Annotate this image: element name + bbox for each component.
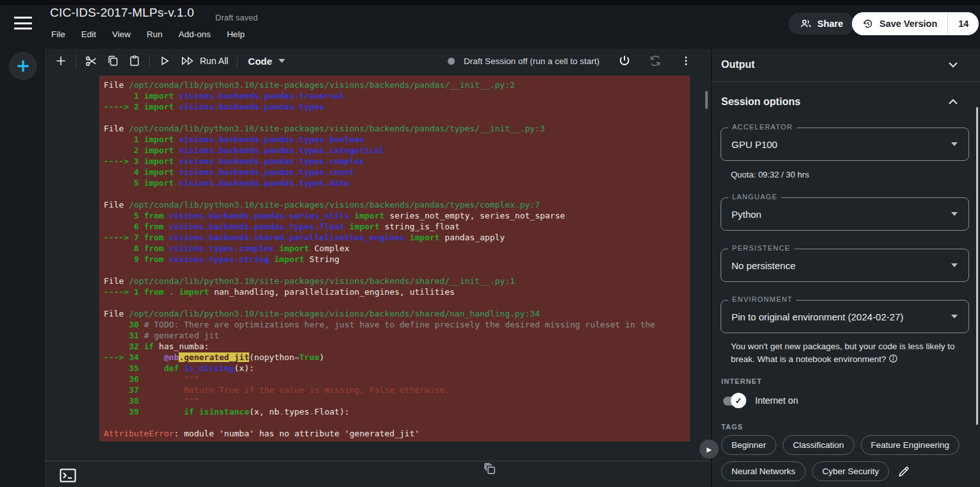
console-button[interactable] bbox=[60, 468, 76, 483]
tag-cyber-security[interactable]: Cyber Security bbox=[812, 461, 890, 481]
cell-type-dropdown[interactable]: Code bbox=[248, 56, 285, 67]
main-scrollbar-thumb[interactable] bbox=[705, 91, 708, 109]
share-label: Share bbox=[817, 19, 843, 29]
menu-item-help[interactable]: Help bbox=[227, 29, 245, 39]
traceback-segment: # generated jit bbox=[144, 331, 219, 340]
traceback-segment: (nopython bbox=[249, 352, 294, 362]
language-select[interactable]: LANGUAGE Python bbox=[721, 197, 969, 231]
traceback-line: 35 def is_missing(x): bbox=[104, 363, 690, 374]
traceback-segment: visions.backends.pandas.series_utils bbox=[169, 211, 350, 220]
traceback-segment: visions.backends.pandas.traversal bbox=[179, 91, 344, 101]
internet-label: INTERNET bbox=[721, 377, 762, 385]
tags-label: TAGS bbox=[721, 423, 743, 431]
right-panel-scrollbar-thumb[interactable] bbox=[976, 107, 978, 425]
share-button[interactable]: Share bbox=[788, 13, 854, 35]
traceback-segment: has_numba: bbox=[159, 342, 209, 351]
session-options-collapse-button[interactable] bbox=[948, 98, 958, 106]
hamburger-menu-icon[interactable] bbox=[13, 15, 33, 31]
traceback-segment bbox=[144, 407, 184, 417]
menubar: FileEditViewRunAdd-onsHelp bbox=[51, 29, 245, 39]
traceback-segment: 8 bbox=[104, 244, 144, 253]
add-cell-button[interactable] bbox=[50, 50, 72, 72]
caret-down-icon bbox=[951, 263, 958, 267]
tag-classification[interactable]: Classification bbox=[783, 435, 854, 455]
menu-item-view[interactable]: View bbox=[112, 29, 131, 39]
traceback-segment: @nb bbox=[164, 352, 179, 362]
restart-session-button[interactable] bbox=[644, 50, 666, 72]
cell-type-label: Code bbox=[248, 56, 272, 67]
environment-help-link[interactable]: What is a notebook environment? bbox=[757, 354, 886, 364]
menu-item-file[interactable]: File bbox=[51, 29, 65, 39]
accelerator-value: GPU P100 bbox=[731, 139, 778, 150]
tag-beginner[interactable]: Beginner bbox=[721, 435, 776, 455]
create-button[interactable] bbox=[9, 52, 37, 80]
window-top-strip bbox=[0, 0, 980, 5]
traceback-segment: visions.backends.pandas.types.count bbox=[179, 167, 354, 177]
traceback-line: ----> 2 import visions.backends.pandas.t… bbox=[104, 101, 690, 112]
terminal-icon bbox=[60, 468, 76, 483]
accelerator-select[interactable]: ACCELERATOR GPU P100 bbox=[721, 128, 969, 161]
panel-expand-button[interactable]: ▶ bbox=[699, 440, 719, 459]
traceback-segment: 31 bbox=[104, 331, 144, 340]
traceback-segment: import bbox=[144, 102, 179, 111]
session-status-group: Draft Session off (run a cell to start) bbox=[448, 50, 708, 72]
traceback-segment: from bbox=[144, 222, 169, 231]
traceback-segment: import bbox=[144, 156, 179, 166]
run-all-button[interactable]: Run All bbox=[176, 55, 233, 67]
session-options-header[interactable]: Session options bbox=[721, 96, 801, 108]
traceback-line: 8 from visions.types.complex import Comp… bbox=[104, 243, 690, 254]
traceback-segment: 35 bbox=[104, 363, 144, 373]
traceback-segment: /opt/conda/lib/python3.10/site-packages/… bbox=[129, 124, 545, 133]
save-version-button[interactable]: Save Version 14 bbox=[852, 12, 979, 35]
traceback-line bbox=[104, 297, 690, 308]
toolbar-divider bbox=[76, 54, 76, 68]
traceback-segment: /opt/conda/lib/python3.10/site-packages/… bbox=[129, 80, 515, 90]
traceback-segment: visions.backends.pandas.types.complex bbox=[179, 156, 364, 166]
copy-cell-button[interactable] bbox=[102, 50, 124, 72]
traceback-line: ---> 34 @nb.generated_jit(nopython=True) bbox=[104, 352, 690, 363]
traceback-segment: 5 bbox=[104, 178, 144, 188]
cut-cell-button[interactable] bbox=[80, 50, 102, 72]
traceback-segment: import bbox=[269, 254, 309, 264]
traceback-segment: ---> 34 bbox=[104, 352, 144, 362]
sidebar-copies-icon[interactable] bbox=[482, 461, 498, 477]
edit-tags-button[interactable] bbox=[895, 463, 912, 480]
traceback-line: 37 Return True if the value is missing, … bbox=[104, 384, 690, 395]
menu-item-add-ons[interactable]: Add-ons bbox=[179, 29, 211, 39]
run-cell-button[interactable] bbox=[154, 50, 176, 72]
traceback-segment: File bbox=[104, 276, 129, 286]
notebook-title[interactable]: CIC-IDS-2017-MLPs-v.1.0 bbox=[50, 6, 194, 20]
menu-item-edit[interactable]: Edit bbox=[81, 29, 96, 39]
traceback-line: File /opt/conda/lib/python3.10/site-pack… bbox=[104, 79, 690, 90]
traceback-segment: 38 bbox=[104, 396, 144, 406]
traceback-segment: Float): bbox=[314, 407, 350, 417]
environment-select[interactable]: ENVIRONMENT Pin to original environment … bbox=[721, 300, 969, 333]
tag-neural-networks[interactable]: Neural Networks bbox=[721, 461, 806, 481]
toolbar-divider bbox=[237, 54, 238, 68]
traceback-segment: 36 bbox=[104, 374, 144, 384]
persistence-select[interactable]: PERSISTENCE No persistence bbox=[721, 249, 969, 282]
power-icon bbox=[617, 54, 632, 68]
internet-toggle-knob[interactable]: ✓ bbox=[731, 393, 746, 408]
traceback-segment: visions.backends.pandas.types.date bbox=[179, 178, 349, 188]
environment-value: Pin to original environment (2024-02-27) bbox=[731, 311, 903, 322]
tag-feature-engineering[interactable]: Feature Engineering bbox=[861, 435, 960, 455]
traceback-segment: import bbox=[144, 178, 179, 188]
power-button[interactable] bbox=[614, 50, 635, 72]
paste-cell-button[interactable] bbox=[124, 50, 145, 72]
traceback-line: 36 """ bbox=[104, 374, 690, 384]
traceback-line bbox=[104, 112, 690, 123]
output-section-header[interactable]: Output bbox=[721, 59, 755, 70]
traceback-line: 31 # generated jit bbox=[104, 330, 690, 341]
traceback-segment: """ bbox=[144, 374, 199, 384]
traceback-segment: ----> 7 bbox=[104, 233, 144, 242]
output-collapse-button[interactable] bbox=[948, 61, 958, 69]
more-options-button[interactable] bbox=[675, 50, 697, 72]
menu-item-run[interactable]: Run bbox=[147, 29, 163, 39]
traceback-segment: . bbox=[279, 407, 284, 417]
version-count-badge[interactable]: 14 bbox=[947, 12, 979, 35]
info-icon[interactable] bbox=[888, 354, 898, 363]
traceback-segment: Complex bbox=[314, 244, 350, 253]
traceback-segment: /opt/conda/lib/python3.10/site-packages/… bbox=[129, 276, 515, 286]
traceback-segment: import bbox=[144, 167, 179, 177]
